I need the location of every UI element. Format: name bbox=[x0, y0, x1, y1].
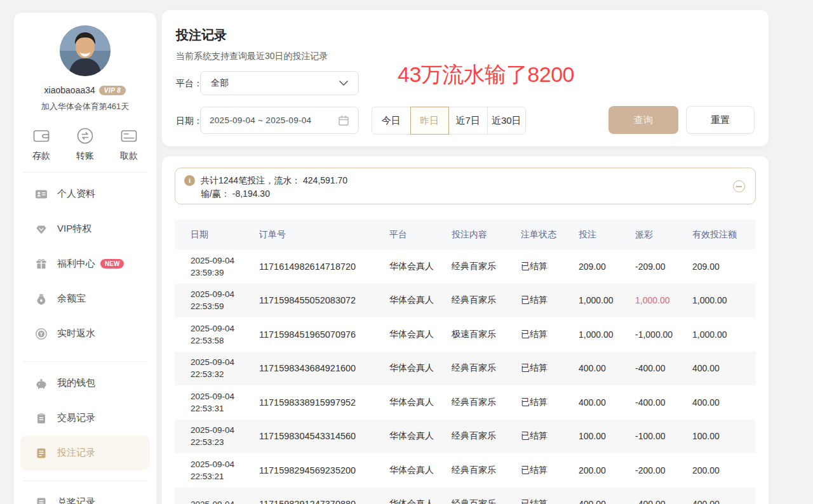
money-bag-icon bbox=[35, 293, 48, 305]
quick-button-today[interactable]: 今日 bbox=[372, 107, 411, 135]
cell-platform: 华体会真人 bbox=[389, 465, 452, 476]
cell-valid-bet: 1,000.00 bbox=[692, 329, 756, 340]
cell-bet: 400.00 bbox=[579, 397, 635, 408]
bank-card-icon bbox=[119, 126, 138, 145]
join-days-text: 加入华体会体育第461天 bbox=[14, 101, 156, 112]
cell-valid-bet: 400.00 bbox=[692, 397, 756, 408]
cell-status: 已结算 bbox=[521, 498, 579, 504]
date-range-value: 2025-09-04 ~ 2025-09-04 bbox=[210, 116, 311, 125]
withdraw-button[interactable]: 取款 bbox=[119, 126, 138, 162]
cell-payout: -100.00 bbox=[635, 431, 692, 441]
collapse-icon[interactable] bbox=[733, 180, 745, 192]
quick-button-yesterday[interactable]: 昨日 bbox=[410, 107, 450, 135]
date-range-input[interactable]: 2025-09-04 ~ 2025-09-04 bbox=[200, 107, 359, 134]
cell-bet: 209.00 bbox=[579, 262, 635, 272]
wallet-icon bbox=[32, 126, 51, 145]
calendar-icon bbox=[338, 115, 349, 126]
cell-content: 经典百家乐 bbox=[452, 430, 521, 442]
table-row: 2025-09-0422:53:58 1171598451965070976 华… bbox=[175, 317, 756, 352]
sidebar-item-rebate[interactable]: 实时返水 bbox=[20, 316, 150, 351]
cell-content: 极速百家乐 bbox=[452, 329, 521, 340]
page-title: 投注记录 bbox=[176, 27, 227, 44]
cell-order-number: 1171598291247370880 bbox=[259, 499, 389, 504]
sidebar-item-prize-records[interactable]: 兑奖记录 bbox=[20, 485, 150, 504]
clipboard-icon bbox=[35, 412, 48, 425]
action-label: 转账 bbox=[76, 150, 94, 162]
records-table: 日期 订单号 平台 投注内容 注单状态 投注 派彩 有效投注额 2025-09-… bbox=[175, 220, 756, 504]
new-badge: NEW bbox=[100, 259, 124, 269]
cell-date: 2025-09-04 bbox=[191, 356, 259, 368]
cell-platform: 华体会真人 bbox=[389, 498, 452, 504]
col-header-order: 订单号 bbox=[259, 229, 389, 241]
cell-time: 23:59:39 bbox=[191, 267, 259, 279]
col-header-platform: 平台 bbox=[389, 229, 452, 241]
table-row: 2025-09-0422:53:59 1171598455052083072 华… bbox=[175, 284, 756, 318]
cell-platform: 华体会真人 bbox=[389, 295, 452, 306]
cell-time: 22:53:58 bbox=[191, 335, 259, 347]
table-row: 2025-09-0423:59:39 1171614982614718720 华… bbox=[175, 249, 756, 284]
cell-bet: 400.00 bbox=[579, 363, 635, 373]
username: xiaobaoaa34 bbox=[44, 85, 95, 95]
avatar-image bbox=[60, 25, 111, 76]
sidebar-item-transactions[interactable]: 交易记录 bbox=[20, 401, 150, 435]
cell-payout: -400.00 bbox=[635, 363, 692, 373]
cell-content: 经典百家乐 bbox=[452, 362, 521, 374]
sidebar-item-label: VIP特权 bbox=[57, 223, 91, 235]
cell-order-number: 1171598455052083072 bbox=[259, 295, 389, 305]
sidebar-item-vip[interactable]: VIP特权 bbox=[20, 211, 150, 246]
cell-bet: 100.00 bbox=[579, 431, 635, 441]
quick-button-7days[interactable]: 近7日 bbox=[448, 107, 488, 135]
cell-status: 已结算 bbox=[521, 329, 579, 340]
info-icon: i bbox=[184, 175, 195, 186]
transfer-button[interactable]: 转账 bbox=[76, 126, 95, 162]
cell-valid-bet: 400.00 bbox=[692, 363, 756, 373]
query-button[interactable]: 查询 bbox=[608, 106, 678, 134]
deposit-button[interactable]: 存款 bbox=[32, 126, 51, 162]
cell-payout: 1,000.00 bbox=[635, 295, 692, 305]
cell-platform: 华体会真人 bbox=[389, 329, 452, 340]
transfer-icon bbox=[76, 126, 95, 145]
sidebar-item-betting-records[interactable]: 投注记录 bbox=[20, 435, 150, 470]
cell-status: 已结算 bbox=[521, 430, 579, 442]
cell-date: 2025-09-04 bbox=[191, 424, 259, 436]
col-header-content: 投注内容 bbox=[452, 229, 521, 241]
cell-time: 22:53:23 bbox=[191, 436, 259, 448]
cell-platform: 华体会真人 bbox=[389, 261, 452, 272]
reset-button[interactable]: 重置 bbox=[686, 106, 755, 134]
cell-content: 经典百家乐 bbox=[452, 295, 521, 306]
cell-date: 2025-09-04 bbox=[191, 390, 259, 402]
annotation-text: 43万流水输了8200 bbox=[398, 60, 574, 90]
gem-icon bbox=[35, 223, 48, 235]
quick-button-30days[interactable]: 近30日 bbox=[487, 107, 527, 135]
profile-sidebar: xiaobaoaa34 VIP 8 加入华体会体育第461天 存款 转账 bbox=[14, 13, 156, 504]
table-row: 2025-09-0422:53:23 1171598304543314560 华… bbox=[175, 420, 756, 454]
table-row: 2025-09-0422:53:21 1171598294569235200 华… bbox=[175, 453, 756, 487]
cell-status: 已结算 bbox=[521, 261, 579, 272]
platform-select[interactable]: 全部 bbox=[200, 71, 359, 95]
vip-badge: VIP 8 bbox=[99, 86, 126, 95]
cell-status: 已结算 bbox=[521, 465, 579, 476]
sidebar-item-yuebao[interactable]: 余额宝 bbox=[20, 281, 150, 316]
sidebar-item-welfare[interactable]: 福利中心 NEW bbox=[20, 246, 150, 281]
cell-bet: 200.00 bbox=[579, 465, 635, 475]
cell-status: 已结算 bbox=[521, 362, 579, 374]
cell-date: 2025-09-04 bbox=[191, 255, 259, 267]
action-label: 存款 bbox=[32, 150, 50, 162]
col-header-status: 注单状态 bbox=[521, 229, 579, 241]
cell-payout: -400.00 bbox=[635, 397, 692, 408]
page-subtitle: 当前系统支持查询最近30日的投注记录 bbox=[176, 51, 328, 62]
sidebar-item-label: 投注记录 bbox=[57, 447, 95, 459]
summary-box: i 共计1244笔投注，流水： 424,591.70 输/赢： -8,194.3… bbox=[175, 168, 756, 204]
sidebar-item-profile[interactable]: 个人资料 bbox=[20, 176, 150, 211]
col-header-valid: 有效投注额 bbox=[692, 229, 756, 241]
cell-platform: 华体会真人 bbox=[389, 362, 452, 374]
sidebar-item-label: 兑奖记录 bbox=[57, 496, 95, 504]
cell-order-number: 1171598304543314560 bbox=[259, 431, 389, 441]
summary-line1: 共计1244笔投注，流水： 424,591.70 bbox=[201, 174, 347, 187]
sidebar-item-label: 余额宝 bbox=[57, 293, 86, 305]
sidebar-menu-top: 个人资料 VIP特权 福利中心 NEW bbox=[14, 173, 156, 351]
cell-status: 已结算 bbox=[521, 397, 579, 408]
sidebar-item-wallet[interactable]: 我的钱包 bbox=[20, 366, 150, 401]
cell-time: 22:53:31 bbox=[191, 402, 259, 414]
rebate-icon bbox=[35, 328, 48, 340]
